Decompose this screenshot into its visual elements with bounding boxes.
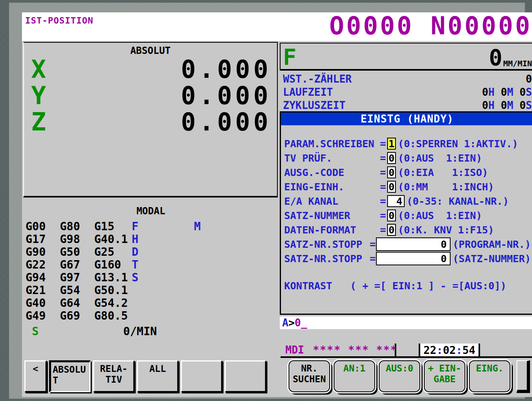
equals-sign: =	[380, 181, 387, 193]
softkey-an-1[interactable]: AN:1	[334, 360, 375, 392]
gcode-row: G00G80G15FM	[23, 220, 279, 233]
settings-rows: PARAM.SCHREIBEN=1(0:SPERREN 1:AKTIV.)TV …	[281, 125, 532, 266]
setting-row: E/A KANAL=4(0-35: KANAL-NR.)	[284, 194, 531, 208]
counter-row: WST.-ZÄHLER0	[280, 72, 532, 85]
setting-description: (0:K. KNV 1:F15)	[398, 224, 494, 236]
axis-value: 0.000	[181, 110, 271, 134]
softkey-absolut[interactable]: ABSOLUT	[49, 360, 91, 392]
softkey-all[interactable]: ALL	[137, 360, 178, 392]
address-letter-m: M	[194, 220, 201, 233]
settings-panel: EINSTG (HANDY) PARAM.SCHREIBEN=1(0:SPERR…	[280, 111, 532, 315]
softkey-blank-end[interactable]	[516, 360, 530, 393]
softkey-label: AUS:0	[380, 363, 419, 374]
equals-sign: =	[370, 239, 376, 250]
gcode-row: G49G69G80.5	[23, 309, 279, 322]
setting-description: (0:MM 1:INCH)	[398, 181, 494, 193]
counter-row: ZYKLUSZEIT0H 0M 0S	[280, 99, 532, 112]
setting-value-field[interactable]: 0	[376, 252, 451, 265]
axis-name: Y	[31, 84, 46, 108]
gcode-cell: G15	[94, 220, 132, 233]
setting-value-field[interactable]: 4	[387, 195, 405, 207]
gcode-row: G22G67G160T	[23, 258, 279, 271]
axis-value: 0.000	[181, 84, 271, 108]
counter-label: WST.-ZÄHLER	[283, 73, 352, 85]
setting-value-field[interactable]: 0	[387, 209, 396, 221]
spindle-row: S 0/MIN	[23, 324, 279, 338]
counter-value: 0H 0M 0S	[482, 99, 532, 111]
setting-row: PARAM.SCHREIBEN=1(0:SPERREN 1:AKTIV.)	[284, 136, 531, 151]
setting-value-field[interactable]: 0	[387, 166, 396, 178]
gcode-cell: G80	[60, 220, 94, 233]
counter-row: LAUFZEIT0H 0M 0S	[280, 85, 532, 99]
setting-row: EING-EINH.=0(0:MM 1:INCH)	[284, 180, 531, 194]
softkey-eingabe[interactable]: + EIN-GABE	[424, 360, 465, 392]
setting-value-field[interactable]: 0	[387, 224, 396, 236]
feedrate-value-group: 0 MM/MIN	[489, 47, 532, 68]
softkey-empty-2[interactable]	[225, 360, 266, 392]
setting-value-field[interactable]: 0	[376, 237, 451, 251]
softkey-nr-suchen[interactable]: NR.SUCHEN	[289, 360, 330, 392]
setting-label: AUSG.-CODE	[284, 167, 380, 178]
feedrate-value: 0	[489, 47, 502, 68]
gcode-table: G00G80G15FMG17G98G40.1HG90G50G25DG22G67G…	[23, 220, 279, 322]
input-caret: >	[289, 317, 295, 329]
gcode-row: G17G98G40.1H	[23, 233, 279, 245]
softkey-label: TIV	[94, 374, 133, 385]
setting-label: PARAM.SCHREIBEN	[284, 138, 380, 150]
gcode-cell: G160	[94, 258, 132, 271]
settings-titlebar: EINSTG (HANDY)	[281, 113, 532, 125]
gcode-row: G21G54G50.1	[23, 284, 279, 296]
setting-row: TV PRÜF.=0(0:AUS 1:EIN)	[284, 151, 531, 165]
axis-name: Z	[31, 110, 46, 134]
mode-indicator: MDI	[285, 344, 304, 356]
feedrate-label: F	[283, 46, 297, 68]
softkey-label: RELA-	[94, 363, 133, 374]
gcode-cell: G22	[26, 258, 60, 271]
setting-description: (PROGRAM-NR.)	[453, 239, 531, 250]
softkey-page-left[interactable]: <	[24, 360, 47, 392]
softkey-label: ABSOLU	[53, 364, 89, 375]
spindle-label: S	[32, 325, 39, 338]
softkey-relativ[interactable]: RELA-TIV	[93, 360, 134, 392]
address-letter: H	[132, 233, 194, 246]
setting-value-field[interactable]: 1	[387, 138, 396, 150]
counter-value: 0H 0M 0S	[482, 86, 532, 98]
axis-row-z: Z0.000	[24, 109, 277, 135]
gcode-row: G90G50G25D	[23, 245, 279, 258]
axis-row-x: X0.000	[24, 56, 277, 83]
softkey-row-right: NR.SUCHENAN:1AUS:0+ EIN-GABEEING.	[289, 360, 530, 395]
setting-description: (0-35: KANAL-NR.)	[407, 196, 509, 207]
mdi-input-line[interactable]: A>0_	[280, 316, 532, 329]
setting-value-field[interactable]: 0	[387, 181, 396, 193]
status-spacer-right	[480, 344, 532, 358]
softkey-label: + EIN-	[425, 363, 465, 374]
gcode-cell: G40.1	[94, 233, 132, 246]
softkey-aus-0[interactable]: AUS:0	[379, 360, 420, 392]
address-letter: D	[132, 245, 194, 259]
gcode-cell: G49	[26, 309, 60, 322]
softkey-label: NR.	[289, 363, 329, 374]
input-address: A	[282, 317, 289, 329]
status-spacer	[396, 344, 420, 358]
absolut-position-panel: ABSOLUT X0.000Y0.000Z0.000	[23, 42, 278, 198]
gcode-cell: G67	[60, 258, 94, 271]
gcode-cell: G21	[26, 284, 60, 297]
axis-name: X	[31, 57, 46, 81]
gcode-cell: G17	[26, 233, 60, 246]
setting-label: SATZ-NR.STOPP	[284, 253, 370, 265]
softkey-empty-1[interactable]	[181, 360, 222, 392]
gcode-cell: G97	[60, 271, 94, 284]
modal-panel: MODAL G00G80G15FMG17G98G40.1HG90G50G25DG…	[23, 198, 279, 358]
gcode-cell: G00	[26, 220, 60, 233]
monitor-bezel: IST-POSITION O0000 N00000 ABSOLUT X0.000…	[9, 2, 525, 399]
equals-sign: =	[380, 152, 387, 164]
setting-description: (SATZ-NUMMER)	[453, 253, 531, 265]
gcode-cell: G94	[26, 271, 60, 284]
softkey-eing[interactable]: EING.	[469, 360, 510, 392]
axis-list: X0.000Y0.000Z0.000	[24, 56, 277, 135]
softkey-label: EING.	[470, 363, 510, 374]
softkey-label: GABE	[425, 374, 465, 385]
gcode-cell: G54.2	[94, 296, 132, 310]
axis-value: 0.000	[181, 57, 271, 81]
setting-value-field[interactable]: 0	[387, 152, 396, 164]
